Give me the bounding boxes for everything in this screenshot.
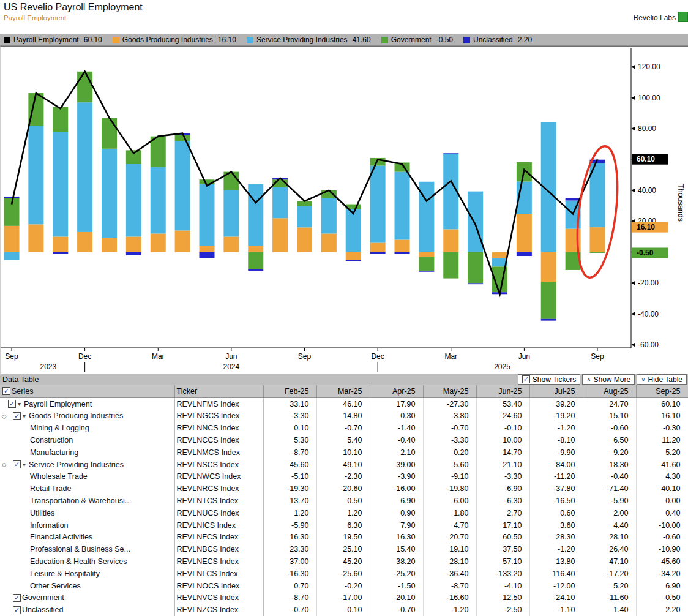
legend-item[interactable]: Goods Producing Industries16.10 bbox=[113, 36, 236, 44]
show-more-button[interactable]: ∧ Show More bbox=[582, 374, 635, 385]
expand-arrow-icon[interactable]: ▾ bbox=[21, 461, 28, 468]
value-cell: -25.20 bbox=[370, 568, 423, 580]
table-row[interactable]: Retail TradeREVLNRCS Index-19.30-20.60-1… bbox=[0, 483, 688, 495]
table-row[interactable]: Wholesale TradeREVLNWCS Index-5.10-2.30-… bbox=[0, 471, 688, 483]
table-row[interactable]: ✓UnclassifiedREVLNZCS Index-0.700.10-0.7… bbox=[0, 604, 688, 616]
bar-segment bbox=[102, 238, 117, 252]
legend-item[interactable]: Unclassified2.20 bbox=[463, 36, 532, 44]
bar-segment bbox=[223, 190, 239, 237]
value-cell: 25.10 bbox=[316, 543, 370, 555]
value-cell: -1.20 bbox=[529, 543, 583, 555]
value-cell: -4.10 bbox=[476, 580, 529, 592]
bar-segment bbox=[53, 237, 68, 252]
table-row[interactable]: ConstructionREVLNCCS Index5.305.40-0.40-… bbox=[0, 434, 688, 446]
table-row[interactable]: Financial ActivitiesREVLNFCS Index16.301… bbox=[0, 531, 688, 544]
bar-segment bbox=[346, 260, 361, 261]
bar-segment bbox=[370, 252, 386, 254]
series-name: Payroll Employment bbox=[23, 400, 92, 408]
series-name: Information bbox=[29, 521, 69, 530]
bar-segment bbox=[200, 252, 215, 258]
value-cell: 14.80 bbox=[316, 410, 370, 423]
row-checkbox[interactable]: ✓ bbox=[13, 412, 21, 420]
table-row[interactable]: Other ServicesREVLNOCS Index0.70-0.20-1.… bbox=[0, 580, 688, 592]
bar-segment bbox=[151, 167, 166, 233]
table-row[interactable]: Education & Health ServicesREVLNECS Inde… bbox=[0, 555, 688, 568]
bar-segment bbox=[517, 252, 532, 256]
ticker-cell: REVLNICS Index bbox=[174, 519, 263, 531]
bar-segment bbox=[126, 164, 141, 236]
row-checkbox[interactable]: ✓ bbox=[13, 460, 21, 468]
year-label: 2024 bbox=[223, 362, 240, 371]
legend-item[interactable]: Payroll Employment60.10 bbox=[4, 36, 102, 44]
table-row[interactable]: ✓GovernmentREVLNVCS Index-8.70-17.00-20.… bbox=[0, 592, 688, 604]
value-cell: -0.10 bbox=[476, 422, 529, 434]
bar-segment bbox=[102, 149, 117, 238]
bar-segment bbox=[468, 252, 483, 284]
bar-segment bbox=[77, 72, 92, 102]
bar-segment bbox=[541, 282, 556, 319]
bar-segment bbox=[395, 240, 410, 252]
value-cell: -11.20 bbox=[529, 471, 583, 483]
row-checkbox[interactable]: ✓ bbox=[8, 400, 16, 408]
bar-segment bbox=[151, 233, 166, 252]
bar-segment bbox=[590, 252, 605, 253]
column-header-label: Series bbox=[10, 387, 33, 396]
show-tickers-checkbox[interactable]: ✓ bbox=[522, 375, 530, 383]
bar-segment bbox=[468, 252, 483, 252]
y-axis-tick-label: 120.00 bbox=[638, 62, 660, 71]
select-all-checkbox[interactable]: ✓ bbox=[2, 387, 10, 395]
diamond-marker-icon: ◇ bbox=[0, 461, 8, 468]
ticker-cell: REVLNUCS Index bbox=[174, 507, 263, 519]
bar-segment bbox=[53, 132, 68, 236]
expand-arrow-icon[interactable]: ▾ bbox=[16, 400, 23, 407]
value-cell: -36.40 bbox=[423, 568, 476, 580]
bar-segment bbox=[28, 126, 43, 224]
table-row[interactable]: UtilitiesREVLNUCS Index1.201.200.901.802… bbox=[0, 507, 688, 519]
column-header: May-25 bbox=[423, 385, 476, 397]
table-row[interactable]: Mining & LoggingREVLNNCS Index0.10-0.70-… bbox=[0, 422, 688, 434]
legend-item[interactable]: Government-0.50 bbox=[381, 36, 453, 44]
series-name: Professional & Business Se... bbox=[29, 545, 130, 554]
table-row[interactable]: ◇✓▾Service Providing IndustriesREVLNSCS … bbox=[0, 459, 688, 471]
column-header: Apr-25 bbox=[370, 385, 423, 397]
legend-item[interactable]: Service Providing Industries41.60 bbox=[247, 36, 371, 44]
value-cell: 5.40 bbox=[316, 434, 370, 446]
value-cell: 4.40 bbox=[583, 519, 636, 531]
value-cell: -8.70 bbox=[263, 446, 316, 459]
value-cell: -0.20 bbox=[316, 580, 370, 592]
show-tickers-toggle[interactable]: ✓ Show Tickers bbox=[518, 374, 580, 385]
table-row[interactable]: ◇✓▾Goods Producing IndustriesREVLNGCS In… bbox=[0, 410, 688, 423]
value-cell: 40.10 bbox=[636, 483, 688, 495]
table-row[interactable]: ManufacturingREVLNMCS Index-8.7010.102.1… bbox=[0, 446, 688, 459]
value-cell: 15.40 bbox=[370, 543, 423, 555]
data-table-title: Data Table bbox=[2, 375, 39, 384]
y-axis-tick-label: 80.00 bbox=[638, 124, 656, 133]
table-row[interactable]: InformationREVLNICS Index-5.906.307.904.… bbox=[0, 519, 688, 531]
series-name: Goods Producing Industries bbox=[28, 411, 123, 420]
value-cell: -9.90 bbox=[529, 446, 583, 459]
value-cell: 2.00 bbox=[583, 507, 636, 519]
value-cell: 57.10 bbox=[476, 555, 529, 568]
expand-arrow-icon[interactable]: ▾ bbox=[21, 413, 28, 419]
page-title: US Revelio Payroll Employment bbox=[4, 2, 683, 13]
row-checkbox[interactable]: ✓ bbox=[13, 606, 21, 614]
bar-segment bbox=[248, 184, 263, 246]
value-cell: 5.30 bbox=[263, 434, 316, 446]
value-cell: 0.70 bbox=[263, 580, 316, 592]
table-row[interactable]: ✓▾Payroll EmploymentREVLNFMS Index33.104… bbox=[0, 397, 688, 410]
bar-segment bbox=[200, 246, 215, 252]
ticker-cell: REVLNFMS Index bbox=[174, 397, 263, 410]
value-cell: -1.20 bbox=[423, 604, 476, 616]
hide-table-button[interactable]: ∨ Hide Table bbox=[637, 374, 687, 385]
series-name-cell: ✓Government bbox=[0, 592, 174, 604]
series-name-cell: Utilities bbox=[0, 507, 174, 519]
table-row[interactable]: Professional & Business Se...REVLNBCS In… bbox=[0, 543, 688, 555]
table-row[interactable]: Leisure & HospitalityREVLNLCS Index-16.3… bbox=[0, 568, 688, 580]
table-row[interactable]: Transportation & Warehousi...REVLNTCS In… bbox=[0, 495, 688, 507]
column-header: Jun-25 bbox=[476, 385, 529, 397]
value-cell: 15.10 bbox=[583, 410, 636, 423]
row-checkbox[interactable]: ✓ bbox=[13, 594, 21, 602]
value-cell: -3.30 bbox=[423, 434, 476, 446]
bar-segment bbox=[321, 198, 337, 233]
last-value-badge-label: 16.10 bbox=[637, 223, 655, 231]
